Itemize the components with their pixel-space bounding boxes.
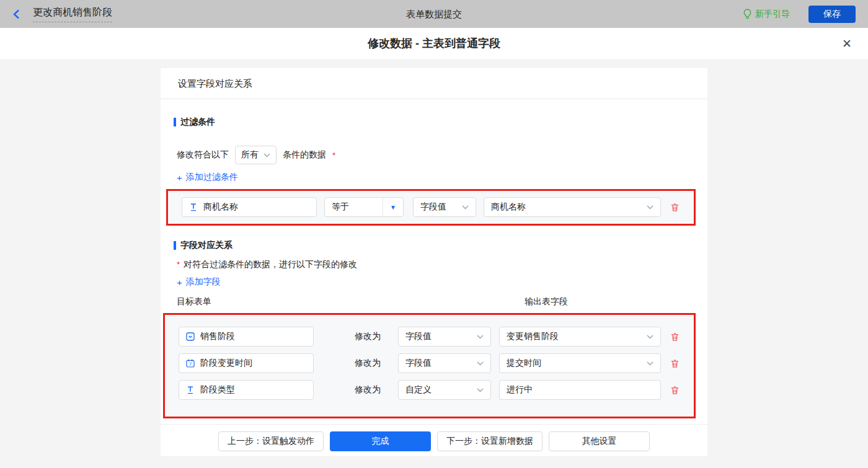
automation-title[interactable]: 更改商机销售阶段 bbox=[33, 6, 112, 22]
column-target-form: 目标表单 bbox=[177, 296, 211, 306]
card-body: 过滤条件 修改符合以下 所有 条件的数据 * + 添加过滤条件 bbox=[161, 99, 707, 424]
chevron-down-icon bbox=[264, 153, 270, 157]
filter-field-input[interactable]: 商机名称 bbox=[182, 197, 317, 217]
value-type-value: 字段值 bbox=[405, 331, 432, 342]
dialog-footer: 上一步：设置触发动作 完成 下一步：设置新增数据 其他设置 bbox=[161, 424, 707, 456]
chevron-down-icon bbox=[477, 361, 484, 366]
filter-annotation-box: 商机名称 等于 ▼ 字段值 bbox=[166, 189, 696, 226]
value-type-select[interactable]: 字段值 bbox=[398, 353, 491, 373]
filter-condition-line: 修改符合以下 所有 条件的数据 * bbox=[177, 146, 691, 164]
filter-row: 商机名称 等于 ▼ 字段值 bbox=[182, 197, 680, 217]
output-field-select[interactable]: 提交时间 bbox=[499, 353, 661, 373]
dialog-header: 修改数据 - 主表到普通字段 ✕ bbox=[0, 28, 868, 59]
delete-row-icon[interactable] bbox=[670, 385, 680, 395]
value-type-value: 字段值 bbox=[405, 358, 432, 369]
card-header-title: 设置字段对应关系 bbox=[161, 68, 707, 99]
operator-select[interactable]: 等于 ▼ bbox=[324, 197, 404, 217]
topbar-left: 更改商机销售阶段 bbox=[12, 6, 112, 22]
mapping-row: 销售阶段 修改为 字段值 变更销售阶段 bbox=[179, 327, 680, 347]
chevron-down-icon bbox=[647, 335, 653, 339]
modify-to-label: 修改为 bbox=[355, 358, 381, 369]
filter-row-strip: 商机名称 等于 ▼ 字段值 bbox=[168, 191, 694, 224]
target-field-value: 销售阶段 bbox=[200, 331, 235, 342]
topbar-right: 新手引导 保存 bbox=[743, 6, 856, 23]
mapping-row-strip: 销售阶段 修改为 字段值 变更销售阶段 bbox=[165, 315, 694, 417]
add-field-label: 添加字段 bbox=[186, 276, 221, 288]
mapping-section-title: 字段对应关系 bbox=[174, 241, 691, 250]
lightbulb-icon bbox=[743, 9, 752, 19]
modify-to-label: 修改为 bbox=[355, 384, 381, 395]
beginner-guide-link[interactable]: 新手引导 bbox=[743, 9, 790, 20]
match-mode-value: 所有 bbox=[241, 149, 259, 161]
dialog-title: 修改数据 - 主表到普通字段 bbox=[368, 36, 500, 51]
settings-card: 设置字段对应关系 过滤条件 修改符合以下 所有 条件的数据 * + bbox=[161, 68, 707, 456]
text-field-icon bbox=[189, 203, 198, 211]
plus-icon: + bbox=[177, 172, 182, 183]
section-bar-icon bbox=[174, 241, 176, 250]
operator-value: 等于 bbox=[325, 201, 383, 213]
add-filter-condition-link[interactable]: + 添加过滤条件 bbox=[177, 172, 238, 182]
mapping-row: 阶段类型 修改为 自定义 进行中 bbox=[179, 380, 680, 400]
mapping-column-headers: 目标表单 输出表字段 bbox=[177, 296, 691, 306]
modify-to-label: 修改为 bbox=[355, 331, 381, 342]
chevron-down-icon bbox=[477, 335, 484, 339]
mapping-note-text: 对符合过滤条件的数据，进行以下字段的修改 bbox=[184, 259, 357, 270]
custom-value: 进行中 bbox=[507, 384, 533, 395]
close-icon[interactable]: ✕ bbox=[842, 38, 852, 50]
back-icon[interactable] bbox=[12, 9, 22, 19]
output-field-select[interactable]: 变更销售阶段 bbox=[499, 327, 661, 347]
content-area: 设置字段对应关系 过滤条件 修改符合以下 所有 条件的数据 * + bbox=[0, 59, 868, 468]
target-field-input[interactable]: 阶段类型 bbox=[179, 380, 314, 400]
save-button[interactable]: 保存 bbox=[808, 6, 856, 23]
add-field-link[interactable]: + 添加字段 bbox=[177, 277, 221, 287]
topbar-center-title: 表单数据提交 bbox=[406, 0, 462, 28]
other-settings-button[interactable]: 其他设置 bbox=[549, 431, 650, 451]
column-output-field: 输出表字段 bbox=[525, 296, 568, 307]
target-field-input[interactable]: 7 阶段变更时间 bbox=[179, 353, 314, 373]
condition-suffix: 条件的数据 bbox=[283, 149, 326, 161]
guide-label: 新手引导 bbox=[755, 9, 790, 20]
text-field-icon bbox=[186, 386, 195, 394]
mapping-annotation-box: 销售阶段 修改为 字段值 变更销售阶段 bbox=[163, 313, 696, 418]
value-type-value: 自定义 bbox=[405, 384, 432, 395]
filter-value-select[interactable]: 商机名称 bbox=[484, 197, 661, 217]
value-type-select[interactable]: 字段值 bbox=[413, 197, 476, 217]
target-field-value: 阶段变更时间 bbox=[200, 358, 252, 369]
chevron-down-icon bbox=[462, 205, 469, 210]
required-asterisk: * bbox=[332, 151, 335, 160]
date-field-icon: 7 bbox=[186, 359, 195, 368]
filter-value: 商机名称 bbox=[491, 201, 526, 213]
caret-down-icon: ▼ bbox=[383, 204, 403, 211]
next-step-button[interactable]: 下一步：设置新增数据 bbox=[437, 431, 542, 451]
value-type-select[interactable]: 字段值 bbox=[398, 327, 491, 347]
add-filter-label: 添加过滤条件 bbox=[186, 172, 238, 183]
section-bar-icon bbox=[174, 118, 176, 126]
mapping-note: * 对符合过滤条件的数据，进行以下字段的修改 bbox=[177, 260, 691, 269]
mapping-row: 7 阶段变更时间 修改为 字段值 提交时间 bbox=[179, 353, 680, 373]
required-asterisk: * bbox=[177, 260, 180, 269]
filter-field-value: 商机名称 bbox=[203, 201, 238, 213]
plus-icon: + bbox=[177, 277, 182, 288]
value-type-select[interactable]: 自定义 bbox=[398, 380, 491, 400]
delete-row-icon[interactable] bbox=[670, 332, 680, 342]
delete-row-icon[interactable] bbox=[670, 358, 680, 369]
topbar: 更改商机销售阶段 表单数据提交 新手引导 保存 bbox=[0, 0, 868, 28]
delete-filter-icon[interactable] bbox=[670, 202, 680, 213]
mapping-section-label: 字段对应关系 bbox=[180, 240, 232, 251]
chevron-down-icon bbox=[647, 205, 653, 210]
svg-text:7: 7 bbox=[189, 361, 192, 367]
filter-section-title: 过滤条件 bbox=[174, 117, 691, 127]
prev-step-button[interactable]: 上一步：设置触发动作 bbox=[218, 431, 324, 451]
output-field-value: 提交时间 bbox=[507, 358, 541, 369]
custom-value-input[interactable]: 进行中 bbox=[499, 380, 661, 400]
value-type-value: 字段值 bbox=[420, 201, 446, 213]
select-field-icon bbox=[186, 332, 195, 341]
target-field-input[interactable]: 销售阶段 bbox=[179, 327, 314, 347]
target-field-value: 阶段类型 bbox=[200, 384, 235, 395]
filter-section-label: 过滤条件 bbox=[180, 117, 215, 128]
chevron-down-icon bbox=[647, 361, 653, 366]
done-button[interactable]: 完成 bbox=[330, 431, 431, 451]
condition-prefix: 修改符合以下 bbox=[177, 149, 229, 161]
chevron-down-icon bbox=[477, 388, 484, 392]
match-mode-select[interactable]: 所有 bbox=[235, 146, 277, 164]
